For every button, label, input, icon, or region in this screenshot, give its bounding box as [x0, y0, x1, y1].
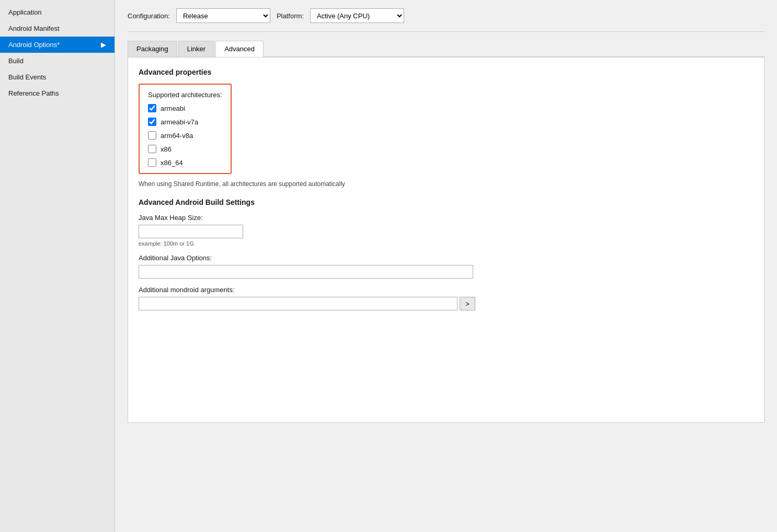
arch-item-x86_64: x86_64 — [148, 158, 222, 167]
arch-label-arm64-v8a[interactable]: arm64-v8a — [161, 132, 193, 140]
section1-heading: Advanced properties — [139, 68, 753, 76]
tab-packaging[interactable]: Packaging — [128, 41, 177, 57]
java-heap-label: Java Max Heap Size: — [139, 214, 753, 222]
configuration-select[interactable]: Release Active (Debug) Debug All Configu… — [176, 8, 270, 23]
sidebar-item-build[interactable]: Build — [0, 53, 115, 69]
sidebar: Application Android Manifest Android Opt… — [0, 0, 115, 532]
java-heap-input[interactable] — [139, 225, 243, 238]
advanced-android-section: Advanced Android Build Settings Java Max… — [139, 198, 753, 310]
arch-item-arm64-v8a: arm64-v8a — [148, 131, 222, 140]
arch-label-x86_64[interactable]: x86_64 — [161, 159, 183, 167]
sidebar-item-reference-paths[interactable]: Reference Paths — [0, 85, 115, 101]
arch-item-armeabi: armeabi — [148, 104, 222, 112]
config-divider — [128, 31, 764, 32]
shared-runtime-note: When using Shared Runtime, all architect… — [139, 180, 753, 188]
java-options-input[interactable] — [139, 265, 473, 279]
arch-item-armeabi-v7a: armeabi-v7a — [148, 118, 222, 126]
platform-label: Platform: — [277, 12, 304, 20]
section2-heading: Advanced Android Build Settings — [139, 198, 753, 206]
tab-advanced[interactable]: Advanced — [215, 41, 264, 57]
platform-select[interactable]: Active (Any CPU) Any CPU x86 x64 — [310, 8, 404, 23]
mondroid-label: Additional mondroid arguments: — [139, 286, 753, 294]
arch-checkbox-x86_64[interactable] — [148, 158, 156, 167]
architectures-label: Supported architectures: — [148, 91, 222, 99]
java-heap-hint: example: 100m or 1G — [139, 240, 753, 247]
arch-checkbox-x86[interactable] — [148, 145, 156, 153]
arch-checkbox-arm64-v8a[interactable] — [148, 131, 156, 140]
sidebar-item-android-options[interactable]: Android Options* — [0, 37, 115, 53]
tabs-bar: Packaging Linker Advanced — [128, 40, 764, 57]
mondroid-input[interactable] — [139, 297, 458, 310]
mondroid-button[interactable]: > — [460, 297, 475, 310]
mondroid-row: > — [139, 297, 753, 310]
arch-checkbox-armeabi-v7a[interactable] — [148, 118, 156, 126]
sidebar-item-android-manifest[interactable]: Android Manifest — [0, 20, 115, 37]
java-options-label: Additional Java Options: — [139, 254, 753, 262]
tab-linker[interactable]: Linker — [178, 41, 214, 57]
arch-label-armeabi-v7a[interactable]: armeabi-v7a — [161, 118, 198, 126]
arch-label-armeabi[interactable]: armeabi — [161, 105, 185, 112]
main-content: Configuration: Release Active (Debug) De… — [115, 0, 777, 532]
architectures-box: Supported architectures: armeabi armeabi… — [139, 84, 232, 174]
tab-content-advanced: Advanced properties Supported architectu… — [128, 57, 764, 423]
arch-checkbox-armeabi[interactable] — [148, 104, 156, 112]
sidebar-item-build-events[interactable]: Build Events — [0, 69, 115, 85]
config-row: Configuration: Release Active (Debug) De… — [128, 8, 764, 23]
arch-label-x86[interactable]: x86 — [161, 145, 172, 153]
config-label: Configuration: — [128, 12, 170, 20]
sidebar-item-application[interactable]: Application — [0, 4, 115, 20]
arch-item-x86: x86 — [148, 145, 222, 153]
